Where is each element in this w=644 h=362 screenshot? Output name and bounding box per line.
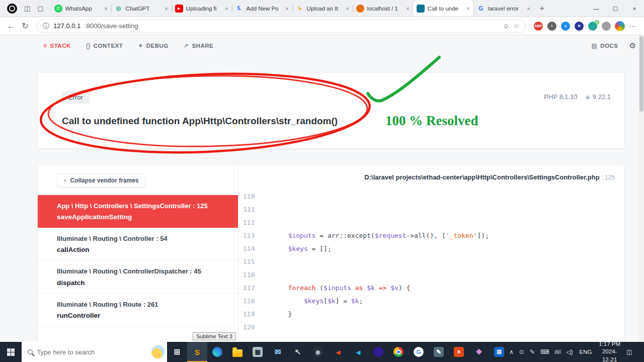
site-info-icon[interactable]: ⓘ — [43, 22, 49, 31]
collapse-vendor-frames-button[interactable]: × Collapse vendor frames — [57, 173, 145, 188]
nav-tab-share[interactable]: ↗ SHARE — [184, 42, 213, 49]
nav-tab-debug[interactable]: ✶ DEBUG — [138, 42, 169, 49]
whatsapp-icon: ✆ — [54, 5, 62, 13]
chrome-icon[interactable] — [388, 342, 409, 362]
eclipse-icon[interactable] — [368, 342, 388, 362]
network-tray-icon[interactable]: ılıl — [554, 348, 560, 355]
mail-icon[interactable]: ✉ — [268, 342, 288, 362]
orange-x-app-icon[interactable]: × — [449, 342, 469, 362]
tab-upload-item[interactable]: ϟ Upload an It × — [292, 0, 353, 17]
code-file-path[interactable]: D:\laravel projects\ethad-center\app\Htt… — [238, 165, 624, 187]
browser-menu-icon[interactable]: ⋯ — [625, 22, 640, 30]
nav-tab-context[interactable]: {} CONTEXT — [86, 42, 123, 49]
tab-close-icon[interactable]: × — [285, 6, 288, 12]
sublime-text-icon[interactable]: S — [187, 342, 207, 362]
docs-label: DOCS — [600, 43, 618, 49]
vscode-icon[interactable]: ◄ — [348, 342, 368, 362]
tab-label: Add New Po — [247, 6, 283, 12]
extension-badge: 0 — [595, 20, 599, 25]
code-line: 120 — [238, 321, 624, 334]
tab-close-icon[interactable]: × — [225, 6, 228, 12]
taskbar-clock[interactable]: 1:17 PM 2024-12-21 — [598, 340, 620, 362]
adblock-plus-icon[interactable]: ABP — [534, 22, 543, 31]
tab-close-icon[interactable]: × — [104, 6, 107, 12]
tab-close-icon[interactable]: × — [406, 6, 409, 12]
frame-method: callAction — [57, 246, 228, 253]
code-editor-orange-icon[interactable]: ◄ — [328, 342, 348, 362]
tab-close-icon[interactable]: × — [466, 6, 469, 12]
bolt-icon: ϟ — [296, 5, 304, 13]
weather-icon[interactable] — [151, 345, 165, 358]
page-scrollbar[interactable] — [639, 35, 644, 342]
taskbar-search[interactable] — [22, 342, 167, 362]
maximize-button[interactable]: ▢ — [606, 0, 625, 17]
keyboard-tray-icon[interactable]: ⌨ — [540, 348, 549, 355]
tab-google-search[interactable]: G laravel error × — [473, 0, 534, 17]
stack-frame[interactable]: Illuminate \ Routing \ ControllerDispatc… — [38, 260, 238, 293]
tab-add-new-post[interactable]: 5. Add New Po × — [232, 0, 292, 17]
error-type-badge: Error — [62, 91, 90, 104]
pen-tray-icon[interactable]: ✎ — [530, 348, 535, 355]
docs-link[interactable]: ▤ DOCS — [591, 42, 618, 49]
pen-app-icon[interactable]: ✎ — [429, 342, 449, 362]
task-view-icon[interactable]: ⊞ — [167, 342, 187, 362]
address-bar[interactable]: ⓘ 127.0.0.1 :8000/save-setting ☺ ☆ — [36, 19, 526, 33]
stack-icon: ≡ — [43, 42, 47, 49]
bookmark-star-icon[interactable]: ☆ — [513, 22, 519, 30]
steam-icon[interactable]: ◉ — [308, 342, 328, 362]
reload-button[interactable]: ↻ — [18, 21, 32, 31]
tab-close-icon[interactable]: × — [346, 6, 349, 12]
extension-misc-icon[interactable] — [602, 22, 611, 31]
tab-error-page-active[interactable]: Call to unde × — [413, 0, 473, 17]
profile-avatar[interactable] — [615, 21, 625, 31]
workspace-icon[interactable]: ▢ — [37, 5, 43, 12]
start-button[interactable] — [0, 342, 22, 362]
extension-gray-icon[interactable]: t — [547, 22, 556, 31]
minimize-button[interactable]: — — [587, 0, 606, 17]
tab-youtube-upload[interactable]: ▶ Uploading fi × — [172, 0, 232, 17]
stack-frame-active[interactable]: App \ Http \ Controllers \ SettingsContr… — [38, 195, 238, 228]
tab-close-icon[interactable]: × — [527, 6, 530, 12]
action-center-icon[interactable]: ◫ — [626, 348, 632, 355]
stack-header: × Collapse vendor frames — [38, 165, 238, 195]
version-info: PHP 8.1.10 ◈ 9.22.1 — [544, 93, 611, 101]
code-line: 112 — [238, 216, 624, 229]
cursor-app-icon[interactable]: ↖ — [288, 342, 308, 362]
stack-frame[interactable]: Illuminate \ Routing \ Controller : 54 c… — [38, 228, 238, 260]
browser-brand-area: ◫ ▢ — [0, 4, 51, 14]
contact-tray-icon[interactable]: ⊙ — [519, 348, 524, 355]
extension-navy-icon[interactable]: N — [575, 22, 584, 31]
localhost-favicon — [356, 5, 364, 13]
photos-app-icon[interactable]: ❖ — [469, 342, 489, 362]
language-indicator[interactable]: ENG — [579, 349, 593, 355]
tab-whatsapp[interactable]: ✆ WhatsApp × — [51, 0, 111, 17]
tab-search-icon[interactable]: ◫ — [24, 5, 30, 12]
tab-label: Uploading fi — [186, 6, 222, 12]
back-button[interactable]: ← — [4, 22, 18, 31]
tab-label: localhost / 1 — [367, 6, 404, 12]
settings-gear-icon[interactable]: ⚙ — [629, 41, 636, 50]
tab-localhost[interactable]: localhost / 1 × — [353, 0, 413, 17]
extension-blue-icon[interactable]: o — [561, 22, 570, 31]
new-tab-button[interactable]: + — [534, 4, 550, 13]
adguard-icon[interactable]: 0 — [588, 22, 597, 31]
hidden-icons-chevron[interactable]: ∧ — [509, 348, 514, 355]
tab-close-icon[interactable]: × — [165, 6, 168, 12]
edge-icon[interactable] — [207, 342, 227, 362]
google-search-app-icon[interactable]: G — [409, 342, 429, 362]
file-explorer-icon[interactable] — [227, 342, 248, 362]
store-app-icon[interactable]: ⊞ — [489, 342, 509, 362]
stack-frame[interactable]: Illuminate \ Routing \ Route : 261 runCo… — [38, 294, 238, 326]
close-window-button[interactable]: × — [625, 0, 644, 17]
scrollbar-thumb[interactable] — [639, 36, 643, 112]
search-input[interactable] — [37, 348, 151, 356]
stack-trace-card: × Collapse vendor frames App \ Http \ Co… — [38, 165, 624, 342]
nav-label: CONTEXT — [94, 43, 123, 49]
volume-tray-icon[interactable]: ◁) — [566, 348, 573, 355]
browser-logo-icon[interactable] — [7, 4, 17, 14]
emoji-icon[interactable]: ☺ — [503, 22, 509, 30]
google-icon: G — [477, 5, 485, 13]
tab-chatgpt[interactable]: ⊛ ChatGPT × — [111, 0, 172, 17]
nav-tab-stack[interactable]: ≡ STACK — [43, 42, 71, 49]
grid-app-icon[interactable]: ▦ — [248, 342, 268, 362]
